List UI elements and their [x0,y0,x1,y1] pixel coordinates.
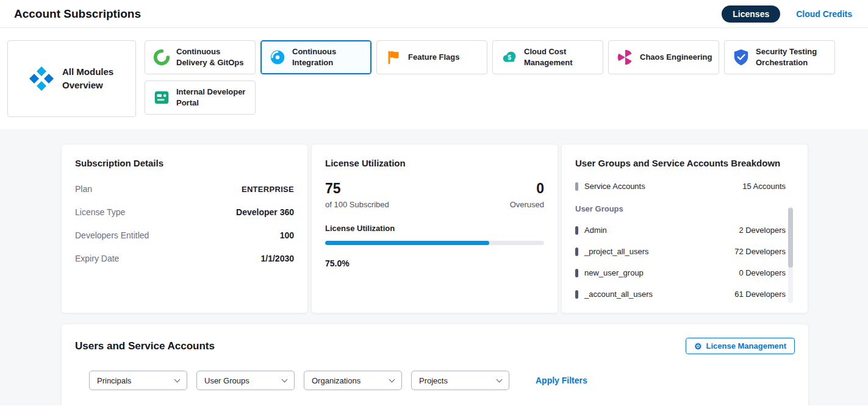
chevron-down-icon [174,377,181,383]
module-card-continuous-integration[interactable]: Continuous Integration [260,40,371,74]
main-content: Subscription Details Plan ENTERPRISE Lic… [0,129,868,405]
detail-row-expiry-date: Expiry Date 1/1/2030 [75,254,294,263]
filter-label: Principals [97,376,131,385]
detail-row-plan: Plan ENTERPRISE [75,184,294,194]
filter-projects[interactable]: Projects [411,371,509,390]
license-management-button[interactable]: ⚙ License Management [686,338,795,354]
breakdown-rows: Service Accounts 15 Accounts User Groups… [575,182,794,299]
module-selector: All Modules Overview Continuous Delivery… [0,28,868,129]
utilization-percent: 75.0% [325,258,544,268]
header: Account Subscriptions Licenses Cloud Cre… [0,0,868,28]
filter-principals[interactable]: Principals [89,371,187,390]
module-card-cloud-cost[interactable]: $ Cloud Cost Management [492,40,603,74]
subscribed-count: 75 [325,180,389,197]
feature-flags-icon [384,48,403,66]
chevron-down-icon [389,377,395,383]
filter-user-groups[interactable]: User Groups [196,371,295,390]
filter-label: Projects [419,376,448,385]
license-utilization-card: License Utilization 75 of 100 Subscribed… [311,144,558,313]
group-row: Admin 2 Developers [575,226,786,235]
module-grid: Continuous Delivery & GitOps Continuous … [145,40,846,115]
user-groups-label: User Groups [575,204,786,213]
detail-row-developers-entitled: Developers Entitled 100 [75,230,294,240]
scrollbar-thumb[interactable] [788,208,793,268]
users-card-header: Users and Service Accounts ⚙ License Man… [75,338,795,354]
subscription-details-rows: Plan ENTERPRISE License Type Developer 3… [75,184,294,263]
header-tabs: Licenses Cloud Credits [722,5,852,23]
apply-filters-link[interactable]: Apply Filters [536,376,587,385]
subscription-details-title: Subscription Details [75,158,294,168]
all-modules-overview-card[interactable]: All Modules Overview [7,40,136,117]
breakdown-card: User Groups and Service Accounts Breakdo… [561,144,808,313]
group-row: _account_all_users 61 Developers [575,290,786,299]
bar-icon [575,226,578,235]
cloud-cost-icon: $ [500,48,518,66]
internal-dev-portal-icon [152,88,171,107]
module-card-security-testing[interactable]: Security Testing Orchestration [724,40,835,74]
security-testing-icon [732,48,750,66]
licenses-tab[interactable]: Licenses [722,5,780,23]
svg-text:$: $ [508,54,511,61]
license-utilization-title: License Utilization [325,158,544,168]
module-card-continuous-delivery[interactable]: Continuous Delivery & GitOps [145,40,256,74]
module-card-chaos-engineering[interactable]: Chaos Engineering [608,40,719,74]
filter-label: User Groups [204,376,249,385]
bar-icon [575,269,578,277]
utilization-bar-label: License Utilization [325,224,544,233]
module-label: Feature Flags [408,52,464,63]
overused-label: Overused [510,200,544,209]
module-label: Security Testing Orchestration [756,46,834,68]
module-card-feature-flags[interactable]: Feature Flags [376,40,487,74]
utilization-bar-fill [325,241,489,245]
breakdown-title: User Groups and Service Accounts Breakdo… [575,158,794,168]
filters-row: Principals User Groups Organizations Pro… [89,371,795,390]
subscribed-label: of 100 Subscribed [325,200,389,209]
detail-row-license-type: License Type Developer 360 [75,207,294,217]
module-label: Continuous Integration [292,46,371,68]
bar-icon [575,248,578,256]
chevron-down-icon [282,377,288,383]
harness-logo-icon [27,65,56,93]
chevron-down-icon [497,377,503,383]
page-title: Account Subscriptions [14,7,141,21]
module-label: Continuous Delivery & GitOps [176,46,255,68]
filter-label: Organizations [312,376,360,385]
ci-icon [268,48,287,66]
filter-organizations[interactable]: Organizations [304,371,402,390]
module-label: Cloud Cost Management [524,46,603,68]
cd-gitops-icon [152,48,171,66]
breakdown-scrollbar[interactable] [788,207,793,303]
module-label: Internal Developer Portal [176,87,255,108]
overused-count-block: 0 Overused [510,180,544,209]
group-row: new_user_group 0 Developers [575,268,786,277]
group-row: _project_all_users 72 Developers [575,247,786,256]
bar-icon [575,290,578,299]
utilization-counts: 75 of 100 Subscribed 0 Overused [325,180,544,209]
service-accounts-row: Service Accounts 15 Accounts [575,182,786,191]
gear-icon: ⚙ [694,342,702,351]
all-modules-overview-label: All Modules Overview [62,65,116,92]
subscribed-count-block: 75 of 100 Subscribed [325,180,389,209]
cloud-credits-tab[interactable]: Cloud Credits [796,9,852,19]
users-service-accounts-card: Users and Service Accounts ⚙ License Man… [61,324,809,405]
module-label: Chaos Engineering [640,52,716,63]
overused-count: 0 [510,180,544,197]
users-card-title: Users and Service Accounts [75,340,215,352]
utilization-bar-track [325,241,544,245]
license-management-label: License Management [706,341,787,351]
bar-icon [575,182,578,191]
chaos-engineering-icon [616,48,634,66]
summary-cards-row: Subscription Details Plan ENTERPRISE Lic… [61,144,809,313]
module-card-internal-dev-portal[interactable]: Internal Developer Portal [145,80,256,115]
subscription-details-card: Subscription Details Plan ENTERPRISE Lic… [61,144,308,313]
